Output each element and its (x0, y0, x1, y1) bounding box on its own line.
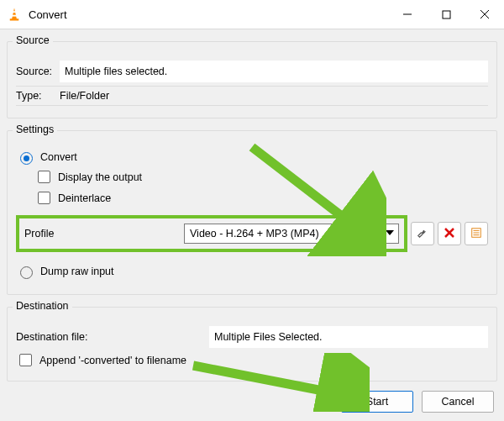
divider (16, 105, 488, 106)
dialog-footer: Start Cancel (341, 391, 494, 413)
maximize-button[interactable] (427, 0, 465, 29)
edit-profile-button[interactable] (411, 222, 434, 245)
display-output-label: Display the output (58, 171, 142, 183)
source-group: Source Source: Type: File/Folder (7, 41, 497, 118)
settings-legend: Settings (13, 124, 57, 135)
destination-file-field[interactable] (209, 326, 488, 348)
wrench-icon (417, 227, 428, 241)
source-field[interactable] (60, 61, 488, 82)
x-icon (444, 228, 454, 240)
profile-highlight: Profile Video - H.264 + MP3 (MP4) (16, 215, 407, 252)
svg-rect-3 (10, 18, 19, 20)
append-row[interactable]: Append '-converted' to filename (16, 351, 488, 369)
append-checkbox[interactable] (19, 354, 32, 366)
deinterlace-label: Deinterlace (58, 192, 111, 204)
profile-select[interactable]: Video - H.264 + MP3 (MP4) (184, 224, 399, 244)
svg-rect-1 (13, 11, 17, 13)
settings-group: Settings Convert Display the output Dein… (7, 130, 497, 295)
new-profile-button[interactable] (465, 222, 488, 245)
deinterlace-row[interactable]: Deinterlace (34, 189, 488, 207)
delete-profile-button[interactable] (438, 222, 461, 245)
convert-radio-row[interactable]: Convert (16, 150, 488, 165)
type-value: File/Folder (60, 90, 109, 102)
svg-rect-2 (12, 15, 17, 17)
chevron-down-icon (385, 228, 395, 240)
profile-label: Profile (24, 228, 176, 239)
new-profile-icon (470, 227, 482, 241)
cancel-button[interactable]: Cancel (422, 391, 494, 413)
titlebar: Convert (0, 0, 504, 29)
dump-radio-label: Dump raw input (40, 266, 114, 277)
convert-radio-label: Convert (40, 151, 77, 163)
minimize-button[interactable] (388, 0, 427, 29)
svg-marker-8 (386, 230, 394, 235)
dump-radio[interactable] (20, 266, 33, 279)
destination-legend: Destination (13, 300, 72, 312)
start-button[interactable]: Start (341, 391, 413, 413)
source-label: Source: (16, 66, 60, 77)
destination-file-label: Destination file: (16, 331, 209, 343)
vlc-cone-icon (7, 7, 22, 22)
convert-radio[interactable] (20, 152, 33, 165)
divider (16, 86, 488, 87)
convert-dialog: Convert Source Source: Type: File/Folder… (0, 0, 504, 421)
source-legend: Source (13, 34, 53, 46)
window-title: Convert (29, 8, 67, 21)
svg-rect-5 (443, 11, 450, 18)
append-label: Append '-converted' to filename (39, 355, 186, 366)
close-button[interactable] (465, 0, 504, 29)
display-output-checkbox[interactable] (38, 171, 50, 183)
destination-group: Destination Destination file: Append '-c… (7, 307, 497, 382)
svg-marker-0 (12, 8, 17, 20)
profile-value: Video - H.264 + MP3 (MP4) (190, 228, 319, 239)
dump-radio-row[interactable]: Dump raw input (16, 264, 488, 279)
type-label: Type: (16, 90, 60, 102)
display-output-row[interactable]: Display the output (34, 168, 488, 186)
deinterlace-checkbox[interactable] (38, 192, 50, 204)
